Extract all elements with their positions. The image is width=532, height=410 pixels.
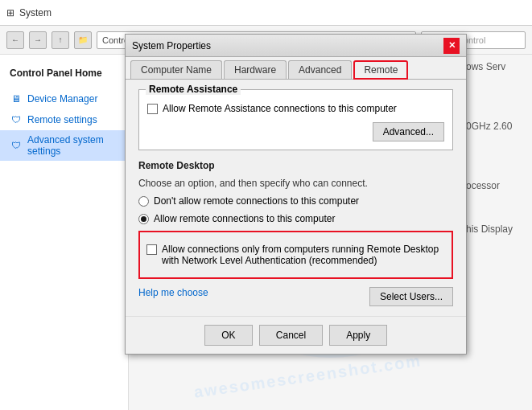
sidebar: Control Panel Home 🖥 Device Manager 🛡 Re… bbox=[0, 55, 129, 410]
tab-hardware[interactable]: Hardware bbox=[224, 60, 287, 79]
remote-desktop-description: Choose an option, and then specify who c… bbox=[138, 178, 453, 189]
back-button[interactable]: ← bbox=[6, 31, 24, 49]
right-text-3: ocessor bbox=[466, 180, 526, 191]
device-manager-icon: 🖥 bbox=[10, 92, 23, 105]
dialog-body: Remote Assistance Allow Remote Assistanc… bbox=[126, 80, 466, 316]
radio-allow-connections[interactable] bbox=[138, 214, 149, 224]
help-select-row: Select Users... Help me choose bbox=[138, 287, 453, 306]
radio-row-allow-connections: Allow remote connections to this compute… bbox=[138, 213, 453, 224]
advanced-btn-container: Advanced... bbox=[147, 119, 444, 141]
remote-desktop-title: Remote Desktop bbox=[138, 160, 453, 171]
window-icon: ⊞ bbox=[6, 7, 14, 18]
radio-no-connections-label: Don't allow remote connections to this c… bbox=[154, 195, 359, 207]
sidebar-label-advanced-system-settings: Advanced system settings bbox=[27, 134, 118, 157]
system-properties-dialog: System Properties ✕ Computer Name Hardwa… bbox=[125, 34, 467, 355]
up-button[interactable]: ↑ bbox=[52, 31, 69, 49]
radio-no-connections[interactable] bbox=[138, 196, 149, 207]
window-title: System bbox=[19, 7, 52, 18]
tab-remote[interactable]: Remote bbox=[353, 60, 408, 80]
help-me-choose-link[interactable]: Help me choose bbox=[138, 287, 208, 298]
sidebar-header: Control Panel Home bbox=[0, 64, 128, 88]
remote-settings-icon: 🛡 bbox=[10, 113, 23, 126]
sidebar-label-device-manager: Device Manager bbox=[27, 93, 97, 105]
sidebar-item-remote-settings[interactable]: 🛡 Remote settings bbox=[0, 109, 128, 130]
remote-assistance-checkbox-label: Allow Remote Assistance connections to t… bbox=[163, 103, 397, 114]
bg-titlebar: ⊞ System bbox=[0, 0, 532, 26]
dialog-footer: OK Cancel Apply bbox=[126, 316, 466, 354]
nla-checkbox-container: Allow connections only from computers ru… bbox=[138, 231, 453, 279]
remote-assistance-section: Remote Assistance Allow Remote Assistanc… bbox=[138, 89, 453, 150]
dialog-titlebar: System Properties ✕ bbox=[126, 35, 466, 57]
advanced-button[interactable]: Advanced... bbox=[373, 122, 444, 141]
nla-checkbox[interactable] bbox=[146, 244, 157, 255]
remote-assistance-checkbox-row: Allow Remote Assistance connections to t… bbox=[147, 103, 444, 114]
apply-button[interactable]: Apply bbox=[329, 325, 387, 346]
dialog-tabs: Computer Name Hardware Advanced Remote bbox=[126, 57, 466, 80]
nla-checkbox-row: Allow connections only from computers ru… bbox=[146, 244, 445, 266]
right-text-4: his Display bbox=[466, 223, 526, 235]
sidebar-item-device-manager[interactable]: 🖥 Device Manager bbox=[0, 88, 128, 109]
tab-computer-name[interactable]: Computer Name bbox=[130, 60, 222, 79]
watermark-text: awesomescreenshot.com bbox=[192, 351, 423, 402]
dialog-close-button[interactable]: ✕ bbox=[443, 38, 460, 54]
sidebar-item-advanced-system-settings[interactable]: 🛡 Advanced system settings bbox=[0, 130, 128, 161]
advanced-settings-icon: 🛡 bbox=[10, 139, 23, 152]
radio-row-no-connections: Don't allow remote connections to this c… bbox=[138, 195, 453, 207]
right-text-2: 0GHz 2.60 bbox=[466, 121, 526, 132]
nla-checkbox-label: Allow connections only from computers ru… bbox=[162, 244, 445, 266]
ok-button[interactable]: OK bbox=[204, 325, 253, 346]
remote-assistance-label: Remote Assistance bbox=[146, 84, 241, 95]
right-text-1: ows Serv bbox=[466, 61, 526, 72]
folder-icon: 📁 bbox=[74, 31, 92, 49]
sidebar-label-remote-settings: Remote settings bbox=[27, 114, 97, 125]
forward-button[interactable]: → bbox=[29, 31, 47, 49]
radio-allow-connections-label: Allow remote connections to this compute… bbox=[154, 213, 335, 224]
remote-assistance-checkbox[interactable] bbox=[147, 104, 158, 114]
select-users-button[interactable]: Select Users... bbox=[369, 287, 453, 306]
remote-desktop-section: Remote Desktop Choose an option, and the… bbox=[138, 160, 453, 306]
dialog-title: System Properties bbox=[132, 40, 211, 51]
cancel-button[interactable]: Cancel bbox=[259, 325, 323, 346]
tab-advanced[interactable]: Advanced bbox=[288, 60, 352, 79]
